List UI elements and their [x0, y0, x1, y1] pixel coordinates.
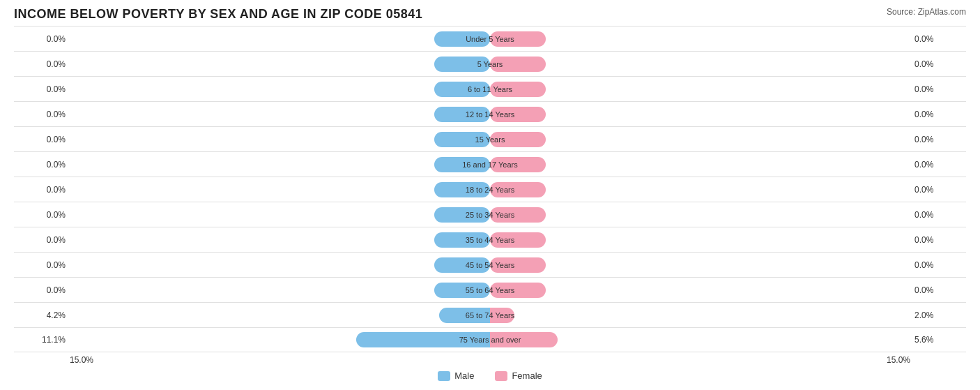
female-side: [490, 307, 910, 324]
bar-inner: [70, 331, 910, 348]
axis-right-label: 15.0%: [887, 355, 910, 365]
bar-center: 45 to 54 Years: [70, 253, 910, 277]
male-bar: [434, 257, 490, 273]
male-swatch: [438, 371, 450, 381]
male-side: [70, 331, 490, 348]
bar-row: 0.0% 45 to 54 Years 0.0%: [14, 252, 966, 277]
right-value: 0.0%: [910, 84, 966, 94]
title-row: INCOME BELOW POVERTY BY SEX AND AGE IN Z…: [14, 7, 966, 22]
female-side: [490, 31, 910, 47]
bar-inner: [70, 106, 910, 123]
bar-center: 12 to 14 Years: [70, 102, 910, 126]
legend-male: Male: [438, 370, 474, 381]
male-bar: [356, 332, 490, 347]
female-side: [490, 207, 910, 223]
female-bar: [490, 332, 558, 347]
female-label: Female: [512, 370, 542, 381]
female-bar: [490, 182, 546, 197]
male-bar: [434, 107, 490, 122]
right-value: 0.0%: [910, 210, 966, 220]
bar-inner: [70, 156, 910, 173]
male-side: [70, 232, 490, 248]
bar-center: 65 to 74 Years: [70, 303, 910, 327]
bar-center: 75 Years and over: [70, 328, 910, 352]
female-side: [490, 156, 910, 173]
bar-row: 0.0% 55 to 64 Years 0.0%: [14, 277, 966, 302]
bar-inner: [70, 56, 910, 73]
left-value: 0.0%: [14, 210, 70, 220]
male-bar: [434, 132, 490, 147]
female-bar: [490, 207, 546, 223]
chart-title: INCOME BELOW POVERTY BY SEX AND AGE IN Z…: [14, 7, 422, 22]
bar-center: 25 to 34 Years: [70, 202, 910, 227]
female-side: [490, 56, 910, 73]
female-bar: [490, 257, 546, 273]
male-bar: [434, 232, 490, 248]
left-value: 0.0%: [14, 160, 70, 170]
legend-row: Male Female: [14, 370, 966, 381]
axis-labels: 15.0% 15.0%: [14, 355, 966, 365]
male-side: [70, 181, 490, 198]
bar-row: 0.0% 5 Years 0.0%: [14, 51, 966, 76]
bar-inner: [70, 207, 910, 223]
female-side: [490, 282, 910, 299]
female-side: [490, 257, 910, 273]
left-value: 0.0%: [14, 110, 70, 119]
male-side: [70, 207, 490, 223]
female-bar: [490, 82, 546, 97]
right-value: 0.0%: [910, 34, 966, 44]
male-bar: [434, 283, 490, 298]
male-side: [70, 81, 490, 98]
male-side: [70, 31, 490, 47]
male-side: [70, 257, 490, 273]
left-value: 0.0%: [14, 285, 70, 295]
left-value: 0.0%: [14, 260, 70, 270]
bar-row: 0.0% Under 5 Years 0.0%: [14, 26, 966, 51]
male-bar: [434, 157, 490, 172]
right-value: 0.0%: [910, 135, 966, 144]
male-bar: [434, 207, 490, 223]
left-value: 0.0%: [14, 185, 70, 195]
right-value: 0.0%: [910, 110, 966, 119]
bar-row: 0.0% 12 to 14 Years 0.0%: [14, 101, 966, 126]
male-label: Male: [454, 370, 474, 381]
bar-row: 11.1% 75 Years and over 5.6%: [14, 327, 966, 352]
female-bar: [490, 31, 546, 47]
right-value: 0.0%: [910, 160, 966, 170]
bar-center: 16 and 17 Years: [70, 152, 910, 177]
right-value: 0.0%: [910, 285, 966, 295]
bar-inner: [70, 181, 910, 198]
male-bar: [434, 57, 490, 72]
bar-inner: [70, 307, 910, 324]
right-value: 0.0%: [910, 59, 966, 69]
bar-center: 6 to 11 Years: [70, 77, 910, 101]
male-side: [70, 156, 490, 173]
bar-center: 18 to 24 Years: [70, 177, 910, 202]
male-side: [70, 131, 490, 148]
bar-inner: [70, 257, 910, 273]
right-value: 5.6%: [910, 335, 966, 345]
male-bar: [434, 182, 490, 197]
left-value: 0.0%: [14, 235, 70, 245]
female-side: [490, 331, 910, 348]
bar-inner: [70, 31, 910, 47]
female-side: [490, 106, 910, 123]
male-side: [70, 307, 490, 324]
source-text: Source: ZipAtlas.com: [887, 7, 966, 17]
bar-inner: [70, 232, 910, 248]
female-swatch: [495, 371, 507, 381]
left-value: 11.1%: [14, 335, 70, 345]
male-side: [70, 56, 490, 73]
female-side: [490, 181, 910, 198]
left-value: 4.2%: [14, 310, 70, 320]
male-bar: [439, 308, 490, 323]
bar-center: 55 to 64 Years: [70, 278, 910, 302]
axis-left-label: 15.0%: [70, 355, 93, 365]
female-side: [490, 131, 910, 148]
right-value: 0.0%: [910, 260, 966, 270]
bar-inner: [70, 131, 910, 148]
female-bar: [490, 232, 546, 248]
bar-row: 0.0% 15 Years 0.0%: [14, 126, 966, 151]
bar-row: 0.0% 16 and 17 Years 0.0%: [14, 151, 966, 177]
right-value: 0.0%: [910, 235, 966, 245]
